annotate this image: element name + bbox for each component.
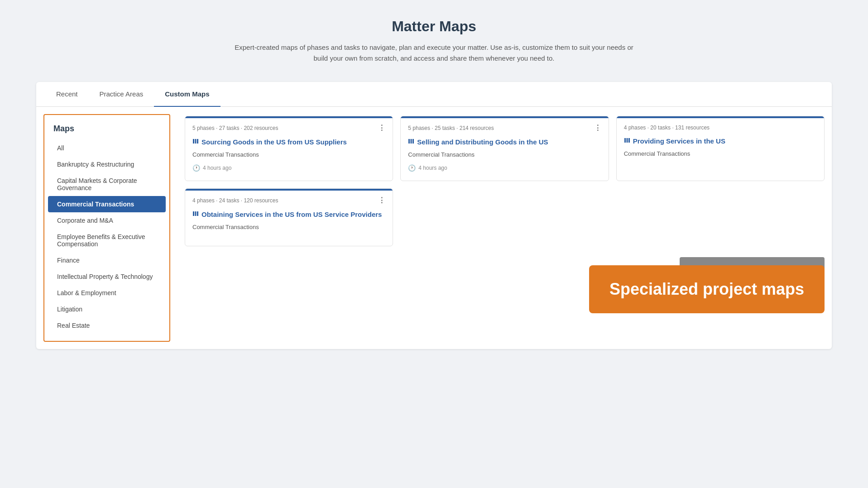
card3-meta: 4 phases · 20 tasks · 131 resources	[624, 124, 817, 131]
map-card-1[interactable]: 5 phases · 27 tasks · 202 resources ⋮	[185, 116, 393, 181]
tab-practice-areas[interactable]: Practice Areas	[89, 82, 154, 107]
svg-rect-5	[412, 139, 414, 144]
specialized-section: Specialized project maps	[185, 257, 825, 313]
card4-category: Commercial Transactions	[192, 224, 385, 230]
tab-custom-maps[interactable]: Custom Maps	[154, 82, 220, 107]
card1-more-button[interactable]: ⋮	[378, 124, 385, 132]
page-title: Matter Maps	[36, 18, 832, 35]
card2-more-button[interactable]: ⋮	[594, 124, 601, 132]
svg-rect-11	[197, 211, 198, 216]
svg-rect-4	[411, 139, 412, 144]
card1-title[interactable]: Sourcing Goods in the US from US Supplie…	[192, 137, 385, 147]
clock-icon-1: 🕐	[192, 164, 200, 172]
page-subtitle: Expert-created maps of phases and tasks …	[230, 42, 638, 64]
sidebar-title: Maps	[44, 122, 169, 140]
sidebar-item-finance[interactable]: Finance	[48, 252, 166, 268]
sidebar-item-litigation[interactable]: Litigation	[48, 301, 166, 317]
svg-rect-7	[626, 138, 628, 143]
map-card-3[interactable]: 4 phases · 20 tasks · 131 resources	[616, 116, 825, 181]
clock-icon-2: 🕐	[408, 164, 416, 172]
sidebar-item-corporate-ma[interactable]: Corporate and M&A	[48, 212, 166, 229]
svg-rect-0	[193, 139, 194, 144]
card2-category: Commercial Transactions	[408, 151, 601, 158]
svg-rect-6	[624, 138, 626, 143]
card1-category: Commercial Transactions	[192, 151, 385, 158]
tab-recent[interactable]: Recent	[45, 82, 89, 107]
card4-meta: 4 phases · 24 tasks · 120 resources ⋮	[192, 197, 385, 204]
map-icon-2	[408, 138, 414, 144]
svg-rect-2	[197, 139, 198, 144]
map-icon-3	[624, 137, 630, 144]
maps-grid: 5 phases · 27 tasks · 202 resources ⋮	[185, 116, 825, 246]
card2-meta: 5 phases · 25 tasks · 214 resources ⋮	[408, 124, 601, 132]
sidebar-item-all[interactable]: All	[48, 140, 166, 156]
svg-rect-1	[195, 139, 197, 144]
sidebar-item-commercial-transactions[interactable]: Commercial Transactions	[48, 196, 166, 212]
card4-more-button[interactable]: ⋮	[378, 197, 385, 204]
content-area: Maps All Bankruptcy & Restructuring Capi…	[36, 107, 832, 349]
specialized-banner[interactable]: Specialized project maps	[589, 265, 825, 313]
main-container: Recent Practice Areas Custom Maps Maps A…	[36, 82, 832, 349]
map-card-4[interactable]: 4 phases · 24 tasks · 120 resources ⋮	[185, 188, 393, 246]
sidebar-item-employee-benefits[interactable]: Employee Benefits & Executive Compensati…	[48, 229, 166, 252]
sidebar: Maps All Bankruptcy & Restructuring Capi…	[43, 114, 170, 342]
sidebar-item-labor-employment[interactable]: Labor & Employment	[48, 285, 166, 301]
specialized-banner-text: Specialized project maps	[609, 280, 804, 299]
svg-rect-8	[628, 138, 630, 143]
sidebar-item-intellectual-property[interactable]: Intellectual Property & Technology	[48, 268, 166, 285]
svg-rect-3	[408, 139, 410, 144]
card3-category: Commercial Transactions	[624, 150, 817, 157]
map-icon-1	[192, 138, 199, 144]
map-icon-4	[192, 211, 199, 217]
sidebar-item-bankruptcy[interactable]: Bankruptcy & Restructuring	[48, 156, 166, 172]
maps-area: 5 phases · 27 tasks · 202 resources ⋮	[177, 107, 832, 349]
card2-time: 🕐 4 hours ago	[408, 164, 601, 172]
card3-title[interactable]: Providing Services in the US	[624, 136, 817, 146]
svg-rect-9	[193, 211, 194, 216]
map-card-2[interactable]: 5 phases · 25 tasks · 214 resources ⋮	[400, 116, 609, 181]
svg-rect-10	[195, 211, 197, 216]
card1-time: 🕐 4 hours ago	[192, 164, 385, 172]
sidebar-item-capital-markets[interactable]: Capital Markets & Corporate Governance	[48, 172, 166, 196]
sidebar-item-real-estate[interactable]: Real Estate	[48, 317, 166, 334]
tabs-bar: Recent Practice Areas Custom Maps	[36, 82, 832, 107]
card1-meta: 5 phases · 27 tasks · 202 resources ⋮	[192, 124, 385, 132]
card4-title[interactable]: Obtaining Services in the US from US Ser…	[192, 210, 385, 219]
card2-title[interactable]: Selling and Distributing Goods in the US	[408, 137, 601, 147]
